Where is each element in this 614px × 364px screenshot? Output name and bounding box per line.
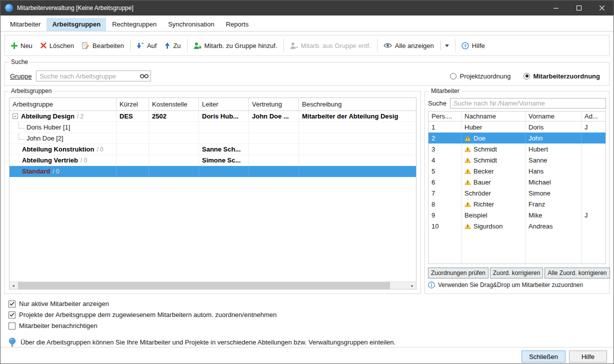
- tab-mitarbeiter[interactable]: Mitarbeiter: [4, 18, 46, 31]
- scrollbar-thumb[interactable]: [18, 282, 390, 289]
- group-search-input[interactable]: [36, 70, 151, 82]
- column-header-nachname[interactable]: Nachname: [462, 112, 526, 122]
- option-notify-employees[interactable]: Mitarbeiter benachrichtigen: [8, 321, 610, 330]
- expand-all-button[interactable]: Auf: [132, 39, 161, 52]
- horizontal-scrollbar[interactable]: ◂ ▸: [10, 282, 416, 289]
- tab-rechtegruppen[interactable]: Rechtegruppen: [106, 18, 162, 31]
- employee-row[interactable]: 6 Bauer Michael: [428, 176, 606, 188]
- warning-icon: [464, 136, 471, 141]
- warning-icon: [464, 180, 471, 185]
- new-button[interactable]: Neu: [7, 39, 36, 52]
- emp-cell-ad: [582, 176, 606, 188]
- emp-cell-nr: 9: [428, 210, 462, 220]
- toolbar-separator: [130, 39, 130, 52]
- emp-cell-nachname: Sigurdson: [474, 222, 503, 230]
- column-header-arbeitsgruppe[interactable]: Arbeitsgruppe: [10, 98, 116, 111]
- workgroup-count: / 2: [77, 113, 84, 120]
- workgroup-name: Standard: [22, 168, 50, 175]
- warning-icon: [464, 146, 471, 152]
- scroll-right-button[interactable]: ▸: [408, 282, 416, 289]
- close-icon: [600, 6, 604, 10]
- workgroup-name: Abteilung Design: [21, 112, 74, 120]
- checkbox-checked[interactable]: [8, 300, 16, 308]
- toolbar-separator: [187, 39, 188, 52]
- show-all-button[interactable]: Alle anzeigen: [380, 38, 453, 54]
- tree-collapse-toggle[interactable]: −: [12, 114, 18, 119]
- workgroup-row-vertrieb[interactable]: Abteilung Vertrieb / 0 Simone Sc...: [10, 155, 416, 166]
- workgroup-row-design[interactable]: − Abteilung Design / 2 DES 2502 Doris Hu…: [10, 111, 416, 122]
- option-auto-assign-projects[interactable]: Projekte der Arbeitsgruppe dem zugewiese…: [8, 310, 610, 320]
- employee-row-selected[interactable]: 2 Doe John: [428, 132, 606, 144]
- column-header-kuerzel[interactable]: Kürzel: [116, 98, 149, 111]
- employee-search-input[interactable]: [450, 98, 606, 108]
- column-header-persnr[interactable]: Pers....: [428, 112, 462, 122]
- info-icon: [428, 282, 435, 288]
- emp-cell-nachname: Becker: [474, 168, 494, 175]
- workgroups-table: Arbeitsgruppe Kürzel Kostenstelle Leiter…: [9, 98, 416, 290]
- scroll-left-button[interactable]: ◂: [10, 282, 17, 289]
- employee-row[interactable]: 4 Schmidt Sanne: [428, 154, 606, 166]
- table-empty-area: [428, 232, 606, 264]
- employee-row[interactable]: 7 Schröder Simone: [428, 188, 606, 198]
- workgroup-row-standard-selected[interactable]: Standard / 0: [10, 166, 416, 177]
- edit-button[interactable]: Bearbeiten: [78, 39, 128, 52]
- emp-cell-ad: [582, 154, 606, 166]
- workgroup-member-row[interactable]: Doris Huber [1]: [10, 122, 416, 133]
- column-header-kostenstelle[interactable]: Kostenstelle: [149, 98, 199, 111]
- help-dialog-button[interactable]: Hilfe: [569, 350, 607, 362]
- checkbox-checked[interactable]: [8, 312, 16, 318]
- toolbar-separator: [455, 39, 456, 52]
- projektzuordnung-radio[interactable]: Projektzuordnung: [450, 72, 510, 80]
- assignment-mode-radios: Projektzuordnung Mitarbeiterzuordnung: [450, 72, 604, 80]
- window-title: Mitarbeiterverwaltung [Keine Arbeitsgrup…: [17, 4, 544, 12]
- column-header-beschreibung[interactable]: Beschreibung: [299, 98, 416, 111]
- checkbox-unchecked[interactable]: [8, 322, 16, 330]
- tip-section: Über die Arbeitsgruppen können Sie Ihre …: [8, 338, 610, 347]
- column-header-ad[interactable]: Ad...: [582, 112, 606, 122]
- column-header-vertretung[interactable]: Vertretung: [249, 98, 299, 111]
- tab-synchronisation[interactable]: Synchronisation: [162, 18, 220, 31]
- scrollbar-track[interactable]: [17, 282, 408, 289]
- option-label: Projekte der Arbeitsgruppe dem zugewiese…: [19, 311, 276, 318]
- column-header-vorname[interactable]: Vorname: [526, 112, 582, 122]
- maximize-button[interactable]: [568, 0, 590, 16]
- warning-icon: [464, 158, 471, 163]
- search-group-title: Suche: [9, 58, 30, 66]
- employee-row[interactable]: 8 Richter Franz: [428, 198, 606, 210]
- close-dialog-button[interactable]: Schließen: [522, 350, 566, 362]
- workgroup-row-konstruktion[interactable]: Abteilung Konstruktion / 0 Sanne Sch...: [10, 144, 416, 155]
- help-button[interactable]: ? Hilfe: [458, 39, 489, 52]
- employee-row[interactable]: 3 Schmidt Hubert: [428, 144, 606, 154]
- person-remove-icon: [290, 42, 298, 50]
- minimize-button[interactable]: [544, 0, 568, 16]
- option-active-employees[interactable]: Nur aktive Mitarbeiter anzeigen: [8, 299, 610, 308]
- fix-all-assignments-button[interactable]: Alle Zuord. korrigieren: [544, 268, 610, 278]
- close-button[interactable]: [590, 0, 614, 16]
- employee-row[interactable]: 9 Beispiel Mike J: [428, 210, 606, 220]
- mitarbeiterzuordnung-radio[interactable]: Mitarbeiterzuordnung: [524, 72, 600, 80]
- wg-cell-vertretung: John Doe ...: [249, 111, 299, 122]
- column-header-leiter[interactable]: Leiter: [199, 98, 249, 111]
- employee-row[interactable]: 5 Becker Hans: [428, 166, 606, 176]
- edit-button-label: Bearbeiten: [92, 42, 124, 50]
- dragdrop-hint: Verwenden Sie Drag&Drop um Mitarbeiter z…: [438, 282, 583, 288]
- emp-cell-nachname: Doe: [474, 134, 486, 142]
- employee-row[interactable]: 10 Sigurdson Andreas: [428, 220, 606, 232]
- add-to-group-button[interactable]: Mitarb. zu Gruppe hinzuf.: [190, 39, 282, 52]
- remove-from-group-button[interactable]: Mitarb. aus Gruppe entf.: [286, 39, 375, 52]
- workgroup-count: / 0: [96, 146, 103, 153]
- emp-cell-nachname: Huber: [464, 124, 482, 131]
- emp-cell-nr: 6: [428, 176, 462, 188]
- tree-branch: [18, 133, 24, 140]
- emp-cell-nr: 3: [428, 144, 462, 154]
- emp-cell-ad: [582, 188, 606, 198]
- collapse-all-button[interactable]: Zu: [160, 39, 184, 52]
- tab-reports[interactable]: Reports: [220, 18, 254, 31]
- tab-arbeitsgruppen[interactable]: Arbeitsgruppen: [46, 18, 106, 31]
- workgroup-member-row[interactable]: John Doe [2]: [10, 133, 416, 144]
- fix-assignment-button[interactable]: Zuord. korrigieren: [490, 268, 544, 278]
- employee-row[interactable]: 1 Huber Doris J: [428, 122, 606, 132]
- check-assignments-button[interactable]: Zuordnungen prüfen: [428, 268, 488, 278]
- radio-circle: [450, 73, 456, 80]
- delete-button[interactable]: Löschen: [36, 39, 78, 52]
